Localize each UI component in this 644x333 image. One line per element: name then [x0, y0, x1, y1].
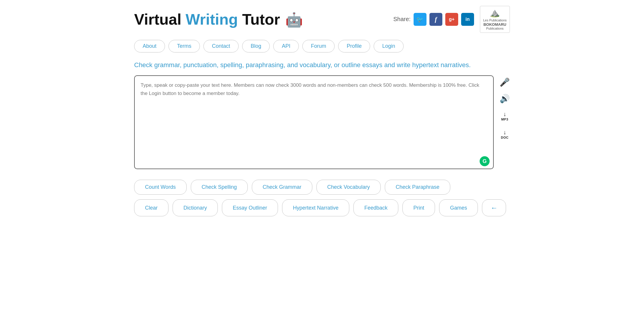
print-button[interactable]: Print	[402, 199, 435, 216]
clear-button[interactable]: Clear	[134, 199, 168, 216]
logo-area: Virtual Writing Tutor 🤖	[134, 12, 303, 27]
publisher-logo: ⛰️ Les Publications BOKOMARU Publication…	[480, 6, 510, 33]
nav-forum[interactable]: Forum	[302, 40, 335, 52]
publisher-icon: ⛰️	[490, 8, 500, 18]
nav-blog[interactable]: Blog	[242, 40, 270, 52]
facebook-button[interactable]: f	[429, 13, 442, 26]
share-area: Share: 🐦 f g+ in	[393, 13, 474, 26]
games-button[interactable]: Games	[439, 199, 478, 216]
speaker-icon: 🔊	[500, 95, 510, 103]
publisher-line1: Les Publications	[483, 18, 507, 22]
tagline: Check grammar, punctuation, spelling, pa…	[134, 61, 510, 70]
logo-virtual: Virtual	[134, 11, 181, 28]
textarea-wrapper: G	[134, 75, 494, 170]
nav-contact[interactable]: Contact	[203, 40, 239, 52]
doc-label: DOC	[501, 136, 509, 139]
action-row-2: Clear Dictionary Essay Outliner Hypertex…	[134, 199, 510, 216]
google-plus-button[interactable]: g+	[445, 13, 458, 26]
mp3-download-button[interactable]: ↓ MP3	[501, 111, 508, 121]
nav-login[interactable]: Login	[374, 40, 404, 52]
publisher-line3: Publications	[486, 27, 503, 30]
share-label: Share:	[393, 16, 411, 23]
check-grammar-button[interactable]: Check Grammar	[252, 180, 312, 195]
header-right: Share: 🐦 f g+ in ⛰️ Les Publications BOK…	[393, 6, 510, 33]
check-spelling-button[interactable]: Check Spelling	[191, 180, 248, 195]
action-row-1: Count Words Check Spelling Check Grammar…	[134, 180, 510, 195]
main-area: G 🎤 🔊 ↓ MP3 ↓ DOC	[134, 75, 510, 170]
check-paraphrase-button[interactable]: Check Paraphrase	[385, 180, 450, 195]
back-arrow-icon: ←	[490, 204, 498, 212]
mp3-arrow-icon: ↓	[503, 111, 506, 117]
check-vocabulary-button[interactable]: Check Vocabulary	[316, 180, 381, 195]
robot-icon: 🤖	[285, 13, 303, 27]
nav-about[interactable]: About	[134, 40, 165, 52]
logo-writing: Writing	[186, 11, 238, 28]
nav-bar: About Terms Contact Blog API Forum Profi…	[134, 40, 510, 52]
header: Virtual Writing Tutor 🤖 Share: 🐦 f g+ in…	[134, 6, 510, 33]
logo-tutor: Tutor	[242, 11, 280, 28]
nav-api[interactable]: API	[273, 40, 299, 52]
microphone-button[interactable]: 🎤	[500, 78, 510, 86]
sidebar-icons: 🎤 🔊 ↓ MP3 ↓ DOC	[500, 75, 510, 139]
speaker-button[interactable]: 🔊	[500, 95, 510, 103]
hypertext-narrative-button[interactable]: Hypertext Narrative	[282, 199, 349, 216]
doc-arrow-icon: ↓	[503, 129, 506, 135]
main-text-input[interactable]	[134, 75, 494, 169]
microphone-icon: 🎤	[500, 78, 510, 86]
doc-download-button[interactable]: ↓ DOC	[501, 129, 509, 139]
essay-outliner-button[interactable]: Essay Outliner	[222, 199, 278, 216]
logo-text: Virtual Writing Tutor 🤖	[134, 12, 303, 27]
publisher-name: BOKOMARU	[483, 22, 506, 27]
mp3-label: MP3	[501, 118, 508, 121]
nav-terms[interactable]: Terms	[168, 40, 200, 52]
feedback-button[interactable]: Feedback	[353, 199, 398, 216]
back-arrow-button[interactable]: ←	[482, 199, 506, 216]
count-words-button[interactable]: Count Words	[134, 180, 187, 195]
dictionary-button[interactable]: Dictionary	[173, 199, 218, 216]
linkedin-button[interactable]: in	[461, 13, 474, 26]
twitter-button[interactable]: 🐦	[414, 13, 426, 26]
nav-profile[interactable]: Profile	[338, 40, 370, 52]
